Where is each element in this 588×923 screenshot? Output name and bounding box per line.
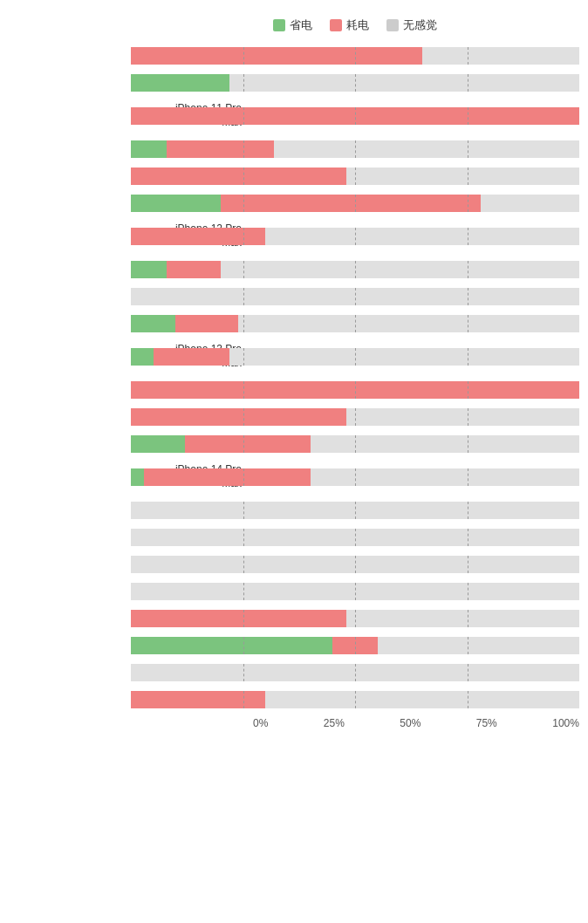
bar-track bbox=[131, 228, 579, 245]
grid-line bbox=[355, 408, 356, 426]
bar-segment-red bbox=[175, 315, 238, 332]
grid-line bbox=[468, 261, 468, 278]
legend: 省电 耗电 无感觉 bbox=[9, 17, 579, 33]
grid-line bbox=[468, 583, 468, 600]
grid-line bbox=[355, 435, 356, 453]
legend-label-gray: 无感觉 bbox=[403, 17, 437, 33]
grid-line bbox=[468, 381, 468, 399]
grid-line bbox=[243, 529, 244, 546]
grid-line bbox=[468, 637, 468, 654]
bar-track bbox=[131, 168, 579, 185]
legend-dot-gray bbox=[386, 19, 399, 31]
grid-line bbox=[243, 228, 244, 245]
grid-line bbox=[355, 195, 356, 212]
grid-line bbox=[243, 348, 244, 366]
bar-row: iPhone SE 第2代 bbox=[131, 552, 579, 577]
rows-wrapper: iPhone 11iPhone 11 ProiPhone 11 Pro Maxi… bbox=[131, 44, 579, 712]
bar-track bbox=[131, 664, 579, 681]
grid-line bbox=[468, 315, 468, 332]
grid-line bbox=[468, 408, 468, 426]
grid-line bbox=[243, 315, 244, 332]
grid-line bbox=[243, 408, 244, 426]
bar-row: iPhone X bbox=[131, 606, 579, 631]
bar-row: iPhone XS bbox=[131, 660, 579, 685]
grid-line bbox=[355, 468, 356, 486]
bar-row: iPhone 14 Plus bbox=[131, 405, 579, 429]
bar-track bbox=[131, 408, 579, 426]
grid-line bbox=[468, 435, 468, 453]
bar-row: iPhone 14 Pro bbox=[131, 432, 579, 456]
grid-line bbox=[468, 195, 468, 212]
bar-row: iPhone 8 Plus bbox=[131, 525, 579, 550]
bar-segment-green bbox=[131, 195, 221, 212]
grid-line bbox=[355, 664, 356, 681]
bar-row: iPhone 13 Pro bbox=[131, 311, 579, 336]
grid-line bbox=[243, 691, 244, 708]
bar-track bbox=[131, 288, 579, 305]
bar-segment-green bbox=[131, 74, 229, 92]
legend-item-gray: 无感觉 bbox=[386, 17, 437, 33]
grid-line bbox=[243, 74, 244, 92]
grid-line bbox=[468, 168, 468, 185]
bar-segment-green bbox=[131, 140, 167, 158]
bar-track bbox=[131, 691, 579, 708]
bar-segment-red bbox=[221, 195, 481, 212]
bar-track bbox=[131, 468, 579, 486]
grid-line bbox=[355, 168, 356, 185]
grid-line bbox=[355, 691, 356, 708]
grid-line bbox=[355, 381, 356, 399]
grid-line bbox=[468, 664, 468, 681]
grid-line bbox=[468, 610, 468, 627]
grid-line bbox=[355, 529, 356, 546]
grid-line bbox=[355, 288, 356, 305]
bar-row: iPhone 14 Pro Max bbox=[131, 459, 579, 496]
bar-track bbox=[131, 381, 579, 399]
x-label-100: 100% bbox=[552, 717, 579, 729]
grid-line bbox=[468, 140, 468, 158]
bar-track bbox=[131, 556, 579, 573]
x-label-75: 75% bbox=[476, 717, 497, 729]
x-axis: 0% 25% 50% 75% 100% bbox=[131, 717, 579, 729]
bar-segment-red bbox=[167, 261, 221, 278]
legend-dot-green bbox=[273, 19, 285, 31]
grid-line bbox=[468, 468, 468, 486]
bar-track bbox=[131, 140, 579, 158]
bar-segment-red bbox=[167, 140, 274, 158]
bar-row: iPhone 12 Pro bbox=[131, 191, 579, 215]
grid-line bbox=[355, 610, 356, 627]
grid-line bbox=[243, 140, 244, 158]
bar-row: iPhone 12 mini bbox=[131, 164, 579, 188]
grid-line bbox=[355, 315, 356, 332]
grid-line bbox=[355, 348, 356, 366]
grid-line bbox=[243, 435, 244, 453]
bar-row: iPhone 12 Pro Max bbox=[131, 218, 579, 255]
grid-line bbox=[355, 74, 356, 92]
bar-track bbox=[131, 74, 579, 92]
bar-segment-red bbox=[131, 408, 346, 426]
bar-track bbox=[131, 107, 579, 125]
grid-line bbox=[243, 107, 244, 125]
bar-row: iPhone 11 Pro Max bbox=[131, 98, 579, 134]
grid-line bbox=[355, 228, 356, 245]
bar-track bbox=[131, 435, 579, 453]
bar-track bbox=[131, 583, 579, 600]
bar-segment-red bbox=[131, 168, 346, 185]
grid-line bbox=[243, 637, 244, 654]
bar-track bbox=[131, 261, 579, 278]
bar-track bbox=[131, 315, 579, 332]
bar-row: iPhone 12 bbox=[131, 137, 579, 161]
grid-line bbox=[468, 107, 468, 125]
chart-container: 省电 耗电 无感觉 iPhone 11iPhone 11 ProiPhone 1… bbox=[9, 9, 579, 738]
legend-item-green: 省电 bbox=[273, 17, 312, 33]
grid-line bbox=[243, 261, 244, 278]
bar-segment-red bbox=[131, 691, 265, 708]
bar-segment-green bbox=[131, 435, 185, 453]
grid-line bbox=[468, 228, 468, 245]
bar-track bbox=[131, 502, 579, 519]
grid-line bbox=[243, 502, 244, 519]
grid-line bbox=[468, 348, 468, 366]
bar-segment-red bbox=[131, 228, 265, 245]
bar-row: iPhone XS Max bbox=[131, 687, 579, 712]
bar-row: iPhone 13 mini bbox=[131, 284, 579, 309]
bar-segment-green bbox=[131, 315, 175, 332]
